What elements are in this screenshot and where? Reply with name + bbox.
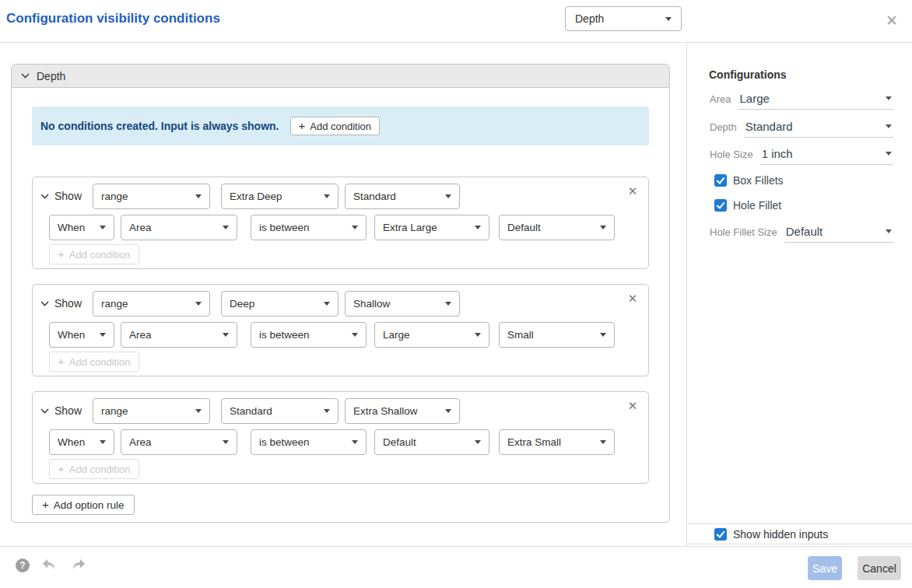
- plus-icon: +: [58, 463, 65, 474]
- plus-icon: +: [58, 355, 65, 367]
- add-condition-button[interactable]: + Add condition: [290, 117, 381, 135]
- operator-dropdown[interactable]: is between: [251, 429, 367, 455]
- add-condition-label: Add condition: [69, 356, 131, 368]
- config-label: Hole Fillet Size: [710, 226, 777, 238]
- add-condition-button-disabled[interactable]: + Add condition: [49, 459, 139, 479]
- redo-icon[interactable]: [70, 558, 87, 573]
- condition-input-value: Area: [129, 436, 152, 448]
- condition-to-dropdown[interactable]: Small: [499, 322, 615, 348]
- close-icon[interactable]: ✕: [625, 184, 640, 198]
- caret-down-icon: [445, 409, 451, 413]
- config-label: Area: [710, 93, 731, 105]
- when-dropdown[interactable]: When: [49, 322, 114, 348]
- caret-down-icon: [352, 440, 358, 444]
- condition-to-value: Extra Small: [507, 436, 561, 448]
- range-from-dropdown[interactable]: Deep: [221, 291, 338, 317]
- rule-type-dropdown[interactable]: range: [93, 398, 210, 424]
- operator-value: is between: [259, 436, 310, 448]
- condition-to-dropdown[interactable]: Extra Small: [499, 429, 615, 455]
- help-icon[interactable]: ?: [16, 558, 30, 572]
- caret-down-icon: [600, 333, 606, 337]
- add-condition-button-disabled[interactable]: + Add condition: [49, 352, 139, 372]
- config-select[interactable]: Default: [784, 225, 893, 243]
- configuration-input-dropdown[interactable]: Depth: [565, 6, 682, 31]
- caret-down-icon: [223, 440, 229, 444]
- condition-from-value: Extra Large: [383, 222, 437, 233]
- caret-down-icon: [600, 226, 606, 229]
- option-rule-card: Show range Extra Deep Standard ✕: [32, 177, 649, 269]
- condition-input-dropdown[interactable]: Area: [121, 322, 237, 348]
- configurations-sidebar: Configurations Area Large Depth Standard…: [688, 44, 912, 546]
- rule-collapse-toggle[interactable]: Show: [40, 190, 82, 202]
- rule-type-value: range: [101, 191, 128, 202]
- caret-down-icon: [100, 440, 106, 444]
- chevron-down-icon: [21, 73, 30, 79]
- condition-input-dropdown[interactable]: Area: [121, 215, 237, 240]
- depth-section-header[interactable]: Depth: [12, 65, 669, 88]
- caret-down-icon: [324, 409, 330, 413]
- rule-type-value: range: [101, 298, 128, 310]
- no-conditions-alert: No conditions created. Input is always s…: [32, 107, 649, 145]
- caret-down-icon: [445, 302, 451, 306]
- caret-down-icon: [445, 194, 451, 198]
- dialog-title: Configuration visibility conditions: [6, 11, 220, 26]
- range-from-dropdown[interactable]: Extra Deep: [221, 184, 338, 209]
- range-from-dropdown[interactable]: Standard: [221, 398, 338, 424]
- checkbox-label: Hole Fillet: [733, 199, 781, 212]
- caret-down-icon: [324, 194, 330, 198]
- caret-down-icon: [352, 333, 358, 337]
- caret-down-icon: [324, 302, 330, 306]
- plus-icon: +: [299, 120, 306, 131]
- operator-value: is between: [259, 329, 310, 341]
- checkbox-checked[interactable]: [714, 528, 727, 541]
- config-select[interactable]: 1 inch: [760, 147, 893, 165]
- caret-down-icon: [223, 226, 229, 229]
- add-condition-button-disabled[interactable]: + Add condition: [49, 244, 139, 264]
- close-icon[interactable]: ✕: [881, 10, 903, 32]
- when-dropdown[interactable]: When: [49, 215, 114, 240]
- cancel-button[interactable]: Cancel: [858, 556, 901, 580]
- close-icon[interactable]: ✕: [625, 292, 640, 306]
- add-condition-label: Add condition: [69, 249, 131, 261]
- option-rule-card: Show range Standard Extra Shallow ✕: [32, 391, 649, 484]
- close-icon[interactable]: ✕: [625, 399, 640, 413]
- condition-from-dropdown[interactable]: Large: [374, 322, 489, 348]
- add-option-rule-button[interactable]: + Add option rule: [32, 495, 135, 515]
- condition-to-dropdown[interactable]: Default: [499, 215, 615, 240]
- config-label: Hole Size: [710, 149, 753, 160]
- rule-show-label: Show: [54, 404, 82, 417]
- config-select[interactable]: Large: [738, 92, 893, 110]
- configuration-input-dropdown-value: Depth: [575, 12, 604, 25]
- caret-down-icon: [100, 333, 106, 337]
- dialog-footer: ? Save Cancel: [0, 546, 912, 588]
- range-to-dropdown[interactable]: Standard: [345, 184, 460, 209]
- rule-collapse-toggle[interactable]: Show: [40, 297, 82, 310]
- plus-icon: +: [42, 499, 49, 510]
- range-to-dropdown[interactable]: Shallow: [345, 291, 460, 317]
- caret-down-icon: [475, 333, 481, 337]
- condition-input-dropdown[interactable]: Area: [121, 429, 237, 455]
- caret-down-icon: [195, 302, 202, 306]
- caret-down-icon: [475, 226, 481, 229]
- config-select[interactable]: Standard: [744, 120, 893, 138]
- config-label: Depth: [710, 121, 737, 133]
- chevron-down-icon: [40, 301, 49, 306]
- checkbox-checked[interactable]: [714, 199, 727, 212]
- range-to-value: Shallow: [353, 298, 390, 310]
- caret-down-icon: [600, 440, 606, 444]
- save-button[interactable]: Save: [808, 556, 842, 580]
- add-option-rule-label: Add option rule: [54, 499, 125, 511]
- config-row-hole-fillet: Hole Fillet: [714, 199, 781, 212]
- undo-icon[interactable]: [40, 558, 58, 573]
- caret-down-icon: [100, 226, 106, 229]
- rule-type-dropdown[interactable]: range: [93, 291, 210, 317]
- condition-from-dropdown[interactable]: Default: [374, 429, 489, 455]
- rule-type-dropdown[interactable]: range: [93, 184, 210, 209]
- operator-dropdown[interactable]: is between: [251, 215, 367, 240]
- rule-collapse-toggle[interactable]: Show: [40, 404, 82, 417]
- when-dropdown[interactable]: When: [49, 429, 114, 455]
- condition-from-dropdown[interactable]: Extra Large: [374, 215, 489, 240]
- checkbox-checked[interactable]: [714, 174, 727, 187]
- operator-dropdown[interactable]: is between: [251, 322, 367, 348]
- range-to-dropdown[interactable]: Extra Shallow: [345, 398, 460, 424]
